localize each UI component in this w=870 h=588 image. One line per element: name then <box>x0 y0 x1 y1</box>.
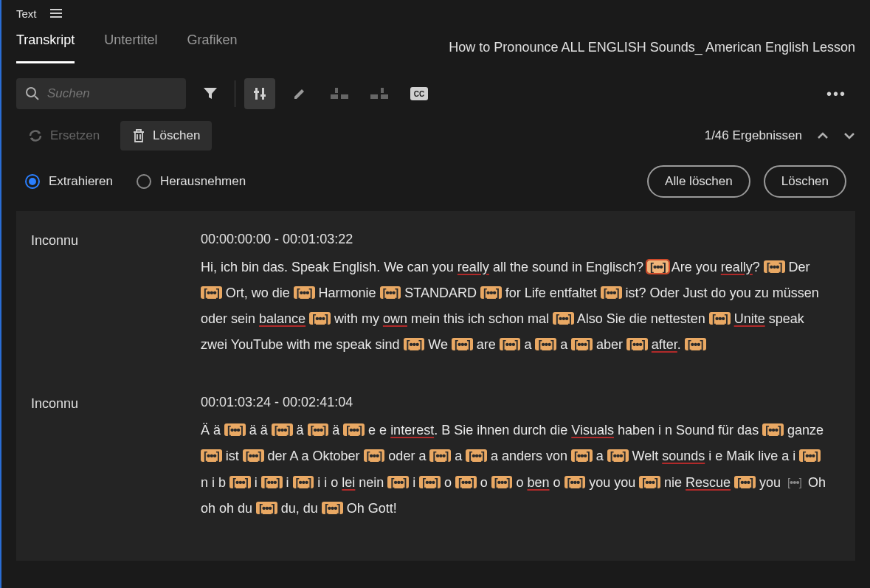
search-input[interactable] <box>47 86 165 101</box>
cc-button[interactable]: CC <box>404 78 435 109</box>
more-options-button[interactable]: ••• <box>818 86 855 103</box>
delete-all-button[interactable]: Alle löschen <box>647 165 750 198</box>
prev-result-button[interactable] <box>817 132 829 139</box>
pause-marker-icon[interactable] <box>639 476 660 488</box>
speaker-name[interactable]: Inconnu <box>31 232 201 358</box>
flagged-word[interactable]: own <box>383 311 407 326</box>
transcript-segment[interactable]: Inconnu00:00:00:00 - 00:01:03:22Hi, ich … <box>16 224 855 387</box>
flagged-word[interactable]: ben <box>527 475 549 490</box>
search-box[interactable] <box>16 78 186 109</box>
transcript-text[interactable]: Hi, ich bin das. Speak English. We can y… <box>201 255 827 358</box>
pause-marker-icon[interactable] <box>784 476 804 488</box>
pause-marker-icon[interactable] <box>647 260 669 273</box>
svg-rect-2 <box>255 88 258 100</box>
pause-marker-icon[interactable] <box>607 449 629 462</box>
pause-marker-icon[interactable] <box>309 312 331 325</box>
pause-marker-icon[interactable] <box>452 338 473 350</box>
pause-marker-icon[interactable] <box>294 286 315 299</box>
radio-extract-label: Extrahieren <box>49 174 113 189</box>
chevron-down-icon <box>843 132 855 139</box>
pause-markers-button[interactable] <box>244 78 275 109</box>
pause-marker-icon[interactable] <box>364 449 385 462</box>
next-result-button[interactable] <box>843 132 855 139</box>
transcript-area[interactable]: Inconnu00:00:00:00 - 00:01:03:22Hi, ich … <box>16 211 855 561</box>
tab-untertitel[interactable]: Untertitel <box>104 32 157 63</box>
insert-button-2[interactable] <box>364 78 395 109</box>
pause-marker-icon[interactable] <box>201 449 222 462</box>
tab-grafiken[interactable]: Grafiken <box>187 32 237 63</box>
svg-rect-10 <box>381 94 388 99</box>
cc-icon: CC <box>410 86 429 101</box>
pause-marker-icon[interactable] <box>293 476 314 488</box>
radio-extract[interactable]: Extrahieren <box>25 174 113 189</box>
flagged-word[interactable]: lei <box>342 475 355 490</box>
delete-button[interactable]: Löschen <box>120 121 212 151</box>
pause-marker-icon[interactable] <box>762 423 784 436</box>
pause-marker-icon[interactable] <box>308 423 329 436</box>
pause-marker-icon[interactable] <box>565 476 586 488</box>
radio-circle-icon <box>137 174 151 189</box>
filter-button[interactable] <box>195 78 226 109</box>
flagged-word[interactable]: really <box>458 260 489 274</box>
pause-marker-icon[interactable] <box>322 502 343 514</box>
tabs: Transkript Untertitel Grafiken <box>16 32 237 63</box>
pause-marker-icon[interactable] <box>709 312 731 325</box>
insert-button-1[interactable] <box>324 78 355 109</box>
edit-button[interactable] <box>284 78 315 109</box>
pause-marker-icon[interactable] <box>685 338 706 350</box>
pause-marker-icon[interactable] <box>404 338 425 350</box>
pause-marker-icon[interactable] <box>799 449 821 462</box>
transcript-text[interactable]: Ä ä ä ä ä ä e e interest. B Sie ihnen du… <box>201 418 827 521</box>
flagged-word[interactable]: really <box>721 260 753 274</box>
pause-marker-icon[interactable] <box>626 338 648 350</box>
flagged-word[interactable]: sounds <box>662 449 705 463</box>
pause-marker-icon[interactable] <box>455 476 477 488</box>
pause-marker-icon[interactable] <box>272 423 293 436</box>
pause-marker-icon[interactable] <box>261 476 283 488</box>
pause-marker-icon[interactable] <box>343 423 365 436</box>
tab-transkript[interactable]: Transkript <box>16 32 75 63</box>
radio-remove[interactable]: Herausnehmen <box>137 174 246 189</box>
flagged-word[interactable]: Rescue <box>686 475 731 490</box>
flagged-word[interactable]: balance <box>259 311 305 326</box>
pause-marker-icon[interactable] <box>380 286 401 299</box>
pause-marker-icon[interactable] <box>571 338 593 350</box>
pause-marker-icon[interactable] <box>256 502 277 514</box>
delete-confirm-button[interactable]: Löschen <box>764 165 846 198</box>
timecode: 00:00:00:00 - 00:01:03:22 <box>201 232 827 247</box>
svg-rect-8 <box>335 88 338 93</box>
flagged-word[interactable]: Visuals <box>571 423 614 437</box>
flagged-word[interactable]: Unite <box>734 311 765 326</box>
svg-rect-5 <box>260 94 266 97</box>
pause-marker-icon[interactable] <box>201 286 222 299</box>
pause-marker-icon[interactable] <box>387 476 409 488</box>
pause-marker-icon[interactable] <box>224 423 246 436</box>
pause-marker-icon[interactable] <box>500 338 521 350</box>
pause-marker-icon[interactable] <box>466 449 487 462</box>
funnel-icon <box>203 87 218 100</box>
svg-rect-9 <box>370 94 378 99</box>
pause-marker-icon[interactable] <box>601 286 622 299</box>
pause-marker-icon[interactable] <box>229 476 251 488</box>
replace-button[interactable]: Ersetzen <box>16 121 111 151</box>
pause-marker-icon[interactable] <box>480 286 502 299</box>
pause-marker-icon[interactable] <box>553 312 574 325</box>
pause-marker-icon[interactable] <box>491 476 513 488</box>
pause-marker-icon[interactable] <box>734 476 756 488</box>
flagged-word[interactable]: after <box>652 337 677 352</box>
svg-rect-3 <box>262 88 264 100</box>
speaker-name[interactable]: Inconnu <box>31 395 201 521</box>
pause-marker-icon[interactable] <box>429 449 451 462</box>
pause-marker-icon[interactable] <box>419 476 441 488</box>
flagged-word[interactable]: interest <box>390 423 434 437</box>
transcript-segment[interactable]: Inconnu00:01:03:24 - 00:02:41:04Ä ä ä ä … <box>16 387 855 550</box>
pause-marker-icon[interactable] <box>764 260 785 273</box>
panel-menu-icon[interactable] <box>50 9 62 18</box>
pause-marker-icon[interactable] <box>243 449 264 462</box>
svg-rect-11 <box>381 88 384 93</box>
pause-marker-icon[interactable] <box>535 338 556 350</box>
pause-marker-icon[interactable] <box>571 449 593 462</box>
panel-title: Text <box>16 7 37 20</box>
svg-rect-7 <box>341 94 348 99</box>
search-icon <box>25 86 40 101</box>
